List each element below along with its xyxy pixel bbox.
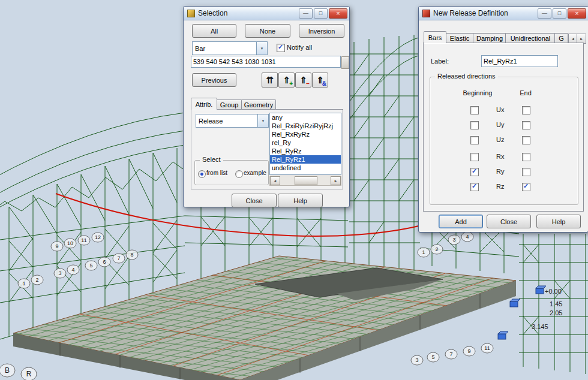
checkbox-uz-end[interactable] (522, 136, 530, 144)
list-item[interactable]: undefined (270, 164, 341, 172)
checkbox-uy-end[interactable] (522, 121, 530, 129)
minimize-icon: — (542, 11, 547, 16)
svg-text:4: 4 (71, 267, 74, 273)
svg-text:2: 2 (435, 246, 438, 252)
none-button[interactable]: None (245, 24, 290, 38)
svg-text:3: 3 (452, 237, 455, 243)
close-window-button[interactable]: × (329, 8, 347, 19)
tab-gap[interactable]: G (554, 33, 568, 43)
add-button[interactable]: Add (439, 215, 483, 228)
list-item[interactable]: Rel_RxRyRz (270, 130, 341, 138)
checkbox-rx-beginning[interactable] (470, 153, 479, 161)
checkbox-uz-beginning[interactable] (470, 136, 479, 144)
checkbox-rz-beginning[interactable] (470, 183, 479, 191)
notify-all-label: Notify all (287, 44, 312, 51)
axis-letter-label: R (21, 367, 37, 380)
tab-unidirectional[interactable]: Unidirectional (505, 33, 556, 43)
close-button[interactable]: Close (487, 215, 531, 228)
elevation-label: 2.05 (550, 309, 562, 316)
release-definition-dialog: New Release Definition — □ × Bars Elasti… (418, 6, 588, 233)
beginning-column-header: Beginning (454, 89, 502, 96)
close-window-button[interactable]: × (568, 8, 586, 19)
notify-all-checkbox[interactable] (277, 44, 285, 52)
selection-dialog-titlebar[interactable]: Selection — □ × (184, 7, 349, 20)
tab-elastic[interactable]: Elastic (445, 33, 474, 43)
node-label: 9 (463, 346, 475, 356)
app-window: 1 2 3 4 5 6 7 8 9 10 11 12 1 2 3 4 3 5 7… (0, 0, 588, 380)
label-input[interactable] (481, 55, 558, 67)
right-arrow-icon: ► (580, 37, 583, 41)
checkbox-ux-beginning[interactable] (470, 106, 479, 114)
checkbox-rz-end[interactable] (522, 183, 530, 191)
node-label: 2 (431, 245, 443, 254)
maximize-button[interactable]: □ (314, 8, 328, 19)
minimize-button[interactable]: — (299, 8, 313, 19)
release-listbox[interactable]: any Rel_RxiRyiRziRyjRzj Rel_RxRyRz rel_R… (269, 113, 341, 175)
tab-group[interactable]: Group (216, 99, 242, 110)
list-item[interactable]: any (270, 113, 341, 122)
svg-text:11: 11 (81, 237, 86, 243)
close-icon: × (336, 11, 340, 16)
scroll-right-icon[interactable]: ► (331, 176, 341, 185)
select-groupbox: Select from list example (194, 160, 269, 185)
scrollbar-track[interactable] (280, 176, 331, 185)
help-button[interactable]: Help (278, 194, 323, 207)
checkbox-ry-beginning[interactable] (470, 168, 479, 176)
remove-from-selection-button[interactable]: ⇑ − (295, 73, 311, 88)
svg-text:5: 5 (89, 263, 92, 269)
tab-geometry[interactable]: Geometry (241, 99, 276, 110)
node-label: 10 (64, 239, 76, 248)
svg-text:1: 1 (422, 249, 425, 255)
tab-damping[interactable]: Damping (473, 33, 506, 43)
previous-button[interactable]: Previous (192, 73, 236, 87)
select-upward-button[interactable]: ⇈ (262, 73, 278, 88)
tab-attrib[interactable]: Attrib. (191, 98, 217, 110)
node-label: 11 (481, 343, 493, 353)
checkbox-ry-end[interactable] (522, 168, 530, 176)
object-type-dropdown[interactable]: Bar ▼ (192, 41, 268, 55)
intersect-selection-button[interactable]: ⇑ & (312, 73, 328, 88)
scrollbar-thumb[interactable] (295, 176, 318, 185)
checkbox-ux-end[interactable] (522, 106, 530, 114)
release-tabstrip: Bars Elastic Damping Unidirectional G ◄ … (419, 32, 588, 43)
direction-label-uy: Uy (496, 121, 504, 128)
svg-text:R: R (26, 370, 32, 378)
add-to-selection-button[interactable]: ⇑ + (278, 73, 295, 88)
label-caption: Label: (431, 58, 449, 65)
node-label: 6 (98, 257, 110, 267)
minimize-button[interactable]: — (538, 8, 551, 19)
all-button[interactable]: All (192, 24, 236, 38)
list-item[interactable]: Rel_RxiRyiRziRyjRzj (270, 122, 341, 130)
list-item[interactable]: Rel_RyRz (270, 147, 341, 155)
elevation-label: 1.45 (550, 300, 562, 307)
node-label: 3 (411, 355, 423, 365)
from-list-radio[interactable] (198, 170, 206, 178)
scroll-left-icon[interactable]: ◄ (270, 176, 280, 185)
svg-text:2: 2 (35, 277, 38, 283)
inversion-button[interactable]: Inversion (299, 24, 344, 38)
axis-letter-label: B (0, 364, 15, 377)
plus-icon: + (289, 81, 293, 87)
node-label: 4 (67, 265, 79, 275)
list-item-selected[interactable]: Rel_RyRz1 (270, 155, 341, 164)
node-label: 1 (18, 279, 30, 288)
tab-bars[interactable]: Bars (424, 31, 446, 43)
help-button[interactable]: Help (536, 215, 581, 228)
checkbox-uy-beginning[interactable] (470, 121, 479, 129)
list-item[interactable]: rel_Ry (270, 138, 341, 147)
checkbox-rx-end[interactable] (522, 153, 530, 161)
selection-expand-button[interactable] (341, 56, 349, 69)
list-horizontal-scrollbar[interactable]: ◄ ► (269, 176, 341, 186)
svg-text:9: 9 (55, 243, 58, 249)
node-label: 12 (92, 233, 104, 242)
close-button[interactable]: Close (232, 194, 277, 207)
selection-input[interactable] (191, 56, 341, 68)
svg-text:10: 10 (67, 240, 73, 246)
selection-dialog-icon (187, 10, 195, 17)
svg-text:3: 3 (58, 270, 61, 276)
release-dialog-titlebar[interactable]: New Release Definition — □ × (419, 7, 588, 20)
left-arrow-icon: ◄ (571, 37, 575, 41)
attribute-dropdown[interactable]: Release ▼ (196, 114, 269, 128)
maximize-button[interactable]: □ (553, 8, 566, 19)
example-radio[interactable] (235, 170, 243, 178)
